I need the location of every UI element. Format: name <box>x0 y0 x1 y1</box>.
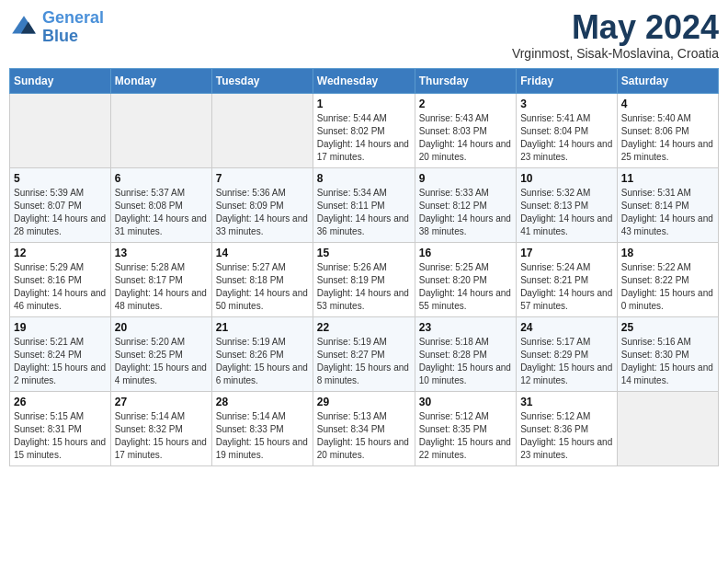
day-number: 10 <box>520 172 613 185</box>
day-number: 22 <box>317 321 411 334</box>
month-title: May 2024 <box>512 9 719 46</box>
calendar-cell: 4Sunrise: 5:40 AMSunset: 8:06 PMDaylight… <box>617 93 718 167</box>
day-info: Sunrise: 5:15 AMSunset: 8:31 PMDaylight:… <box>14 410 107 462</box>
day-info: Sunrise: 5:16 AMSunset: 8:30 PMDaylight:… <box>621 336 714 387</box>
calendar-cell <box>211 93 313 167</box>
day-info: Sunrise: 5:26 AMSunset: 8:19 PMDaylight:… <box>317 261 411 313</box>
calendar-cell: 22Sunrise: 5:19 AMSunset: 8:27 PMDayligh… <box>313 316 415 391</box>
day-number: 6 <box>115 172 208 185</box>
logo-icon <box>9 13 39 42</box>
day-info: Sunrise: 5:24 AMSunset: 8:21 PMDaylight:… <box>520 261 613 313</box>
calendar-cell: 3Sunrise: 5:41 AMSunset: 8:04 PMDaylight… <box>517 93 618 167</box>
calendar-cell: 27Sunrise: 5:14 AMSunset: 8:32 PMDayligh… <box>110 391 211 465</box>
page-header: General Blue May 2024 Vrginmost, Sisak-M… <box>9 9 719 61</box>
calendar-week-1: 1Sunrise: 5:44 AMSunset: 8:02 PMDaylight… <box>10 93 719 167</box>
calendar-cell: 13Sunrise: 5:28 AMSunset: 8:17 PMDayligh… <box>110 242 211 316</box>
calendar-cell: 9Sunrise: 5:33 AMSunset: 8:12 PMDaylight… <box>415 167 516 242</box>
day-info: Sunrise: 5:40 AMSunset: 8:06 PMDaylight:… <box>621 112 714 164</box>
calendar-cell: 31Sunrise: 5:12 AMSunset: 8:36 PMDayligh… <box>517 391 618 465</box>
day-info: Sunrise: 5:12 AMSunset: 8:36 PMDaylight:… <box>520 410 613 462</box>
day-info: Sunrise: 5:27 AMSunset: 8:18 PMDaylight:… <box>216 261 309 313</box>
logo-text: General Blue <box>42 9 104 46</box>
day-info: Sunrise: 5:33 AMSunset: 8:12 PMDaylight:… <box>419 187 512 238</box>
weekday-header-wednesday: Wednesday <box>313 68 415 93</box>
day-info: Sunrise: 5:43 AMSunset: 8:03 PMDaylight:… <box>419 112 512 164</box>
day-number: 25 <box>621 321 714 334</box>
calendar-cell: 10Sunrise: 5:32 AMSunset: 8:13 PMDayligh… <box>517 167 618 242</box>
day-number: 3 <box>520 98 613 110</box>
day-info: Sunrise: 5:34 AMSunset: 8:11 PMDaylight:… <box>317 187 411 238</box>
calendar-cell: 15Sunrise: 5:26 AMSunset: 8:19 PMDayligh… <box>313 242 415 316</box>
day-number: 1 <box>317 98 411 110</box>
day-number: 4 <box>621 98 714 110</box>
day-number: 5 <box>14 172 107 185</box>
day-number: 26 <box>14 396 107 408</box>
calendar-cell: 18Sunrise: 5:22 AMSunset: 8:22 PMDayligh… <box>617 242 718 316</box>
day-info: Sunrise: 5:36 AMSunset: 8:09 PMDaylight:… <box>216 187 309 238</box>
calendar-cell: 19Sunrise: 5:21 AMSunset: 8:24 PMDayligh… <box>10 316 111 391</box>
calendar-cell: 25Sunrise: 5:16 AMSunset: 8:30 PMDayligh… <box>617 316 718 391</box>
calendar-cell: 26Sunrise: 5:15 AMSunset: 8:31 PMDayligh… <box>10 391 111 465</box>
weekday-header-tuesday: Tuesday <box>211 68 313 93</box>
day-number: 17 <box>520 247 613 259</box>
calendar-week-5: 26Sunrise: 5:15 AMSunset: 8:31 PMDayligh… <box>10 391 719 465</box>
day-number: 13 <box>115 247 208 259</box>
logo: General Blue <box>9 9 104 46</box>
day-info: Sunrise: 5:41 AMSunset: 8:04 PMDaylight:… <box>520 112 613 164</box>
day-number: 11 <box>621 172 714 185</box>
day-number: 23 <box>419 321 512 334</box>
day-info: Sunrise: 5:14 AMSunset: 8:33 PMDaylight:… <box>216 410 309 462</box>
day-number: 18 <box>621 247 714 259</box>
calendar-body: 1Sunrise: 5:44 AMSunset: 8:02 PMDaylight… <box>10 93 719 465</box>
day-info: Sunrise: 5:39 AMSunset: 8:07 PMDaylight:… <box>14 187 107 238</box>
day-info: Sunrise: 5:18 AMSunset: 8:28 PMDaylight:… <box>419 336 512 387</box>
day-number: 7 <box>216 172 309 185</box>
calendar-cell: 11Sunrise: 5:31 AMSunset: 8:14 PMDayligh… <box>617 167 718 242</box>
calendar-cell: 7Sunrise: 5:36 AMSunset: 8:09 PMDaylight… <box>211 167 313 242</box>
calendar-cell: 2Sunrise: 5:43 AMSunset: 8:03 PMDaylight… <box>415 93 516 167</box>
day-info: Sunrise: 5:22 AMSunset: 8:22 PMDaylight:… <box>621 261 714 313</box>
calendar-cell: 23Sunrise: 5:18 AMSunset: 8:28 PMDayligh… <box>415 316 516 391</box>
day-number: 12 <box>14 247 107 259</box>
day-info: Sunrise: 5:32 AMSunset: 8:13 PMDaylight:… <box>520 187 613 238</box>
location-subtitle: Vrginmost, Sisak-Moslavina, Croatia <box>512 46 719 61</box>
calendar-cell: 16Sunrise: 5:25 AMSunset: 8:20 PMDayligh… <box>415 242 516 316</box>
day-info: Sunrise: 5:44 AMSunset: 8:02 PMDaylight:… <box>317 112 411 164</box>
day-info: Sunrise: 5:13 AMSunset: 8:34 PMDaylight:… <box>317 410 411 462</box>
calendar-cell <box>10 93 111 167</box>
day-number: 29 <box>317 396 411 408</box>
calendar-cell: 1Sunrise: 5:44 AMSunset: 8:02 PMDaylight… <box>313 93 415 167</box>
calendar-week-3: 12Sunrise: 5:29 AMSunset: 8:16 PMDayligh… <box>10 242 719 316</box>
day-info: Sunrise: 5:25 AMSunset: 8:20 PMDaylight:… <box>419 261 512 313</box>
day-number: 15 <box>317 247 411 259</box>
day-number: 19 <box>14 321 107 334</box>
day-info: Sunrise: 5:17 AMSunset: 8:29 PMDaylight:… <box>520 336 613 387</box>
calendar-cell: 5Sunrise: 5:39 AMSunset: 8:07 PMDaylight… <box>10 167 111 242</box>
calendar-cell: 24Sunrise: 5:17 AMSunset: 8:29 PMDayligh… <box>517 316 618 391</box>
calendar-header: SundayMondayTuesdayWednesdayThursdayFrid… <box>10 68 719 93</box>
weekday-header-friday: Friday <box>517 68 618 93</box>
calendar-cell: 30Sunrise: 5:12 AMSunset: 8:35 PMDayligh… <box>415 391 516 465</box>
day-number: 31 <box>520 396 613 408</box>
day-number: 2 <box>419 98 512 110</box>
weekday-header-monday: Monday <box>110 68 211 93</box>
day-info: Sunrise: 5:12 AMSunset: 8:35 PMDaylight:… <box>419 410 512 462</box>
day-number: 9 <box>419 172 512 185</box>
day-info: Sunrise: 5:37 AMSunset: 8:08 PMDaylight:… <box>115 187 208 238</box>
calendar-cell: 20Sunrise: 5:20 AMSunset: 8:25 PMDayligh… <box>110 316 211 391</box>
day-info: Sunrise: 5:31 AMSunset: 8:14 PMDaylight:… <box>621 187 714 238</box>
day-number: 28 <box>216 396 309 408</box>
weekday-header-row: SundayMondayTuesdayWednesdayThursdayFrid… <box>10 68 719 93</box>
day-number: 21 <box>216 321 309 334</box>
calendar-cell <box>617 391 718 465</box>
calendar-cell: 14Sunrise: 5:27 AMSunset: 8:18 PMDayligh… <box>211 242 313 316</box>
day-number: 24 <box>520 321 613 334</box>
day-info: Sunrise: 5:19 AMSunset: 8:26 PMDaylight:… <box>216 336 309 387</box>
day-number: 8 <box>317 172 411 185</box>
weekday-header-thursday: Thursday <box>415 68 516 93</box>
day-info: Sunrise: 5:14 AMSunset: 8:32 PMDaylight:… <box>115 410 208 462</box>
day-number: 20 <box>115 321 208 334</box>
calendar-cell: 8Sunrise: 5:34 AMSunset: 8:11 PMDaylight… <box>313 167 415 242</box>
calendar-cell: 12Sunrise: 5:29 AMSunset: 8:16 PMDayligh… <box>10 242 111 316</box>
day-info: Sunrise: 5:19 AMSunset: 8:27 PMDaylight:… <box>317 336 411 387</box>
